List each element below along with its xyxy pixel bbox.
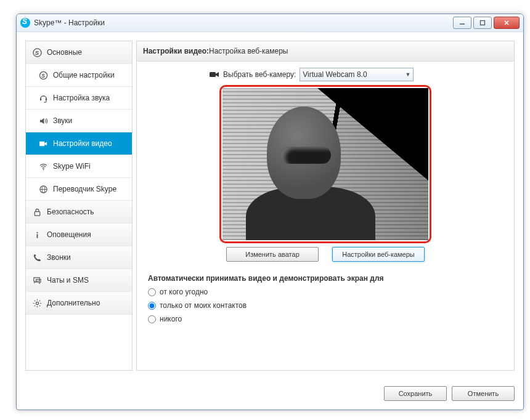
svg-point-18 — [36, 302, 38, 304]
sidebar-section-security[interactable]: Безопасность — [26, 201, 132, 224]
sidebar-label: Чаты и SMS — [47, 276, 89, 285]
phone-icon — [32, 252, 42, 262]
radio-label: только от моих контактов — [160, 301, 247, 310]
webcam-selected-value: Virtual Webcam 8.0 — [303, 70, 367, 79]
radio-anyone-input[interactable] — [148, 288, 156, 296]
radio-noone[interactable]: никого — [148, 315, 503, 323]
svg-rect-17 — [36, 234, 38, 238]
sidebar-section-advanced[interactable]: Дополнительно — [26, 292, 132, 315]
svg-point-11 — [43, 169, 44, 170]
content-header-prefix: Настройки видео: — [143, 47, 209, 55]
change-avatar-button[interactable]: Изменить аватар — [226, 247, 319, 262]
camera-icon — [210, 71, 219, 78]
speaker-icon — [38, 116, 48, 126]
sidebar-label: Оповещения — [47, 230, 91, 239]
skype-icon: S — [32, 47, 42, 57]
sidebar-section-main[interactable]: S Основные — [26, 41, 132, 64]
sidebar-section-calls[interactable]: Звонки — [26, 246, 132, 269]
radio-anyone[interactable]: от кого угодно — [148, 288, 503, 296]
auto-accept-title: Автоматически принимать видео и демонстр… — [148, 274, 503, 283]
cancel-button[interactable]: Отменить — [452, 386, 515, 401]
video-icon — [38, 139, 48, 148]
settings-sidebar: S Основные S Общие настройки Настройка з… — [25, 41, 132, 371]
radio-label: от кого угодно — [160, 288, 208, 296]
svg-text:S: S — [41, 72, 45, 78]
globe-icon — [38, 184, 48, 194]
radio-contacts[interactable]: только от моих контактов — [148, 301, 503, 310]
skype-logo-icon — [20, 18, 30, 28]
sidebar-label: Переводчик Skype — [53, 185, 116, 193]
webcam-settings-button[interactable]: Настройки веб-камеры — [332, 247, 425, 262]
sidebar-label: Дополнительно — [47, 299, 100, 307]
svg-rect-8 — [39, 98, 41, 100]
svg-rect-10 — [39, 141, 44, 146]
sidebar-section-notifications[interactable]: Оповещения — [26, 224, 132, 246]
svg-rect-15 — [35, 211, 39, 216]
svg-text:S: S — [35, 50, 39, 56]
sidebar-label: Безопасность — [47, 208, 94, 216]
close-button[interactable] — [494, 17, 520, 29]
window-title: Skype™ - Настройки — [34, 18, 105, 27]
settings-content: Настройки видео: Настройка веб-камеры Вы… — [136, 41, 515, 371]
radio-label: никого — [160, 315, 182, 323]
sidebar-item-audio[interactable]: Настройка звука — [26, 87, 132, 110]
lock-icon — [32, 207, 42, 217]
wifi-icon — [38, 161, 48, 171]
chat-icon — [32, 275, 42, 285]
webcam-preview-highlight — [219, 85, 431, 243]
radio-noone-input[interactable] — [148, 315, 156, 323]
titlebar: Skype™ - Настройки — [17, 14, 523, 32]
choose-webcam-label: Выбрать веб-камеру: — [223, 70, 296, 79]
webcam-dropdown[interactable]: Virtual Webcam 8.0 ▼ — [300, 68, 414, 81]
skype-icon: S — [38, 70, 48, 80]
svg-rect-1 — [481, 21, 485, 25]
sidebar-label: Skype WiFi — [53, 162, 91, 171]
sidebar-item-translator[interactable]: Переводчик Skype — [26, 178, 132, 201]
sidebar-label: Звонки — [47, 253, 71, 262]
chevron-down-icon: ▼ — [405, 71, 410, 78]
sidebar-label: Звуки — [53, 116, 72, 125]
dialog-footer: Сохранить Отменить — [384, 386, 515, 401]
sidebar-label: Основные — [47, 48, 82, 57]
content-header-sub: Настройка веб-камеры — [209, 47, 288, 55]
sidebar-label: Настройка звука — [53, 94, 110, 102]
content-header: Настройки видео: Настройка веб-камеры — [137, 41, 514, 62]
sidebar-item-video[interactable]: Настройки видео — [26, 132, 132, 155]
webcam-preview — [222, 88, 428, 240]
radio-contacts-input[interactable] — [148, 302, 156, 310]
window-controls — [453, 17, 520, 29]
gear-icon — [32, 298, 42, 308]
save-button[interactable]: Сохранить — [384, 386, 447, 401]
sidebar-item-sounds[interactable]: Звуки — [26, 110, 132, 132]
sidebar-item-general[interactable]: S Общие настройки — [26, 64, 132, 87]
sidebar-label: Настройки видео — [53, 139, 112, 148]
headset-icon — [38, 93, 48, 103]
svg-rect-9 — [45, 98, 46, 100]
sidebar-label: Общие настройки — [53, 71, 115, 79]
info-icon — [32, 230, 42, 240]
svg-rect-19 — [210, 72, 216, 77]
svg-point-16 — [36, 232, 38, 233]
minimize-button[interactable] — [453, 17, 471, 29]
sidebar-item-wifi[interactable]: Skype WiFi — [26, 155, 132, 178]
sidebar-section-chat[interactable]: Чаты и SMS — [26, 269, 132, 292]
settings-window: Skype™ - Настройки S Основные S Общие на… — [16, 14, 524, 410]
maximize-button[interactable] — [473, 17, 492, 29]
